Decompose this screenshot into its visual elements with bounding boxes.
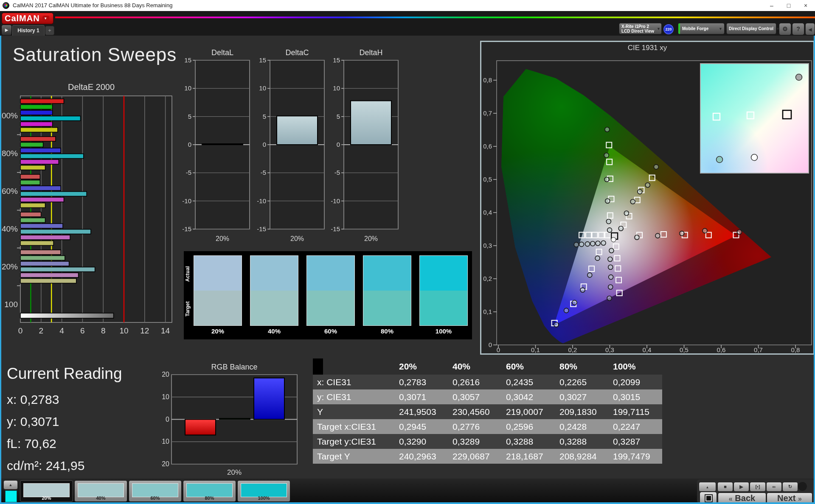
deltae-2000-chart: DeltaE 2000100%80%60%40%20%1000246810121…: [0, 81, 178, 341]
patch-button-60%[interactable]: 60%: [129, 480, 182, 502]
meter-line2: LCD Direct View: [621, 29, 654, 34]
table-row-label: y: CIE31: [313, 392, 395, 402]
measured-point: [635, 235, 639, 240]
stop-button[interactable]: ■: [717, 482, 733, 492]
meter-dropdown[interactable]: X-Rite i1Pro 2 LCD Direct View ▼: [619, 23, 662, 34]
deltae-xtick: 6: [80, 326, 85, 335]
table-row-label: Target y:CIE31: [313, 437, 395, 447]
deltaH-ytick: 0: [337, 141, 340, 148]
marker-icon: [•]: [755, 484, 760, 489]
table-cell: 209,1830: [555, 407, 609, 417]
window-edge-bottom: [0, 502, 815, 504]
swatch-label: 40%: [250, 328, 298, 335]
deltaH-ytick: 5: [337, 113, 340, 120]
rgb-ytick: -20: [161, 460, 169, 468]
bar-green-100%: [20, 105, 53, 109]
back-label: Back: [735, 493, 755, 503]
actual-target-swatch-panel: Actual Target 20%40%60%80%100%: [184, 251, 472, 339]
swatch-label: 20%: [194, 328, 242, 335]
deltaC-title: DeltaC: [285, 48, 309, 57]
help-button[interactable]: ?: [792, 23, 804, 35]
measured-point: [601, 241, 606, 245]
deltaC-bar: [277, 116, 318, 145]
table-cell: 0,3288: [555, 437, 609, 447]
rgb-xlabel: 20%: [227, 468, 242, 476]
expand-patches-button[interactable]: ▲: [3, 480, 18, 490]
cie-xtick: 0,5: [680, 346, 689, 353]
patch-button-40%[interactable]: 40%: [74, 480, 127, 502]
deltae-xtick: 4: [59, 326, 64, 335]
history-nav-button[interactable]: ▶: [1, 25, 12, 36]
swatch-target: [194, 291, 242, 325]
table-cell: 0,2099: [609, 377, 662, 387]
deltaH-ytick: 15: [333, 56, 340, 64]
bar-blue-100%: [20, 110, 53, 115]
swatch-40%: [250, 255, 298, 326]
logo-dropdown-icon: ▼: [42, 16, 49, 22]
measured-point: [703, 228, 707, 233]
measured-point: [618, 226, 623, 231]
close-button[interactable]: ×: [797, 0, 814, 11]
step-button[interactable]: [•]: [750, 482, 766, 492]
deltaL-bar: [202, 144, 243, 145]
collapse-panel-button[interactable]: ◀: [805, 23, 815, 35]
deltaC-xlabel: 20%: [290, 235, 304, 242]
swatch-100%: [419, 255, 468, 326]
add-tab-button[interactable]: +: [45, 26, 54, 35]
cluster-up-button[interactable]: ▲: [699, 482, 716, 492]
table-cell: 0,2428: [555, 422, 609, 432]
bar-cyan-20%: [20, 267, 95, 272]
measured-point: [609, 275, 613, 280]
settings-button[interactable]: ⚙: [779, 23, 791, 35]
play-button[interactable]: ▶: [734, 482, 749, 492]
patch-button-20%[interactable]: 20%: [20, 480, 73, 502]
deltaH-bar: [351, 101, 391, 145]
deltae-title: DeltaE 2000: [68, 82, 115, 92]
rgb-ytick: 20: [162, 371, 169, 378]
maximize-button[interactable]: □: [780, 0, 797, 11]
deltaH-ytick: -15: [331, 225, 340, 232]
patch-label: 60%: [129, 496, 181, 501]
current-patch-color: [5, 490, 17, 502]
deltaH-ytick: -5: [334, 169, 340, 176]
table-row: Target Y240,2963229,0687218,1687208,9284…: [313, 449, 662, 464]
swatch-target: [420, 291, 467, 325]
reading-fl: fL: 70,62: [7, 437, 56, 451]
rgb-ytick: 10: [162, 393, 169, 400]
swatch-label: 60%: [306, 328, 355, 335]
loop-button[interactable]: ∞: [766, 482, 782, 492]
patch-label: 80%: [183, 496, 236, 501]
delta-l-chart: DeltaL151050-5-10-1520%: [183, 48, 258, 248]
deltae-xtick: 0: [18, 326, 23, 335]
deltae-xtick: 2: [39, 326, 44, 335]
table-cell: 241,9503: [395, 407, 448, 417]
table-header-row: 20%40%60%80%100%: [313, 358, 662, 375]
deltae-ytick: 100%: [0, 111, 18, 120]
measured-point: [595, 256, 600, 260]
minimize-button[interactable]: –: [763, 0, 780, 11]
current-reading-title: Current Reading: [7, 365, 122, 383]
table-row-label: x: CIE31: [313, 377, 395, 387]
table-cell: 0,3057: [448, 392, 502, 402]
table-header-cell: 60%: [502, 361, 555, 372]
source-dropdown[interactable]: Mobile Forge ▼: [678, 23, 725, 34]
table-cell: 208,9284: [555, 451, 609, 462]
table-cell: 0,3042: [502, 392, 555, 402]
rgb-ytick: 0: [166, 416, 169, 423]
bar-yellow-60%: [20, 203, 45, 208]
bar-blue-20%: [20, 261, 69, 266]
calman-logo-button[interactable]: CalMAN ▼: [2, 13, 53, 24]
deltae-ytick: 80%: [2, 149, 18, 158]
measured-point: [604, 177, 609, 182]
cie-1931-chart: 00,10,20,30,40,50,60,70,800,10,20,30,40,…: [481, 52, 813, 353]
patch-button-100%[interactable]: 100%: [237, 480, 290, 502]
refresh-button[interactable]: ↻: [782, 482, 798, 492]
table-cell: 0,3288: [502, 437, 555, 447]
deltaL-xlabel: 20%: [216, 235, 229, 242]
display-control-dropdown[interactable]: Direct Display Control ▼: [726, 23, 776, 34]
measured-point: [587, 273, 592, 277]
cie-xtick: 0,3: [605, 346, 614, 353]
patch-button-80%[interactable]: 80%: [183, 480, 236, 502]
tab-history-1[interactable]: History 1: [12, 25, 45, 36]
swatch-20%: [194, 255, 242, 326]
